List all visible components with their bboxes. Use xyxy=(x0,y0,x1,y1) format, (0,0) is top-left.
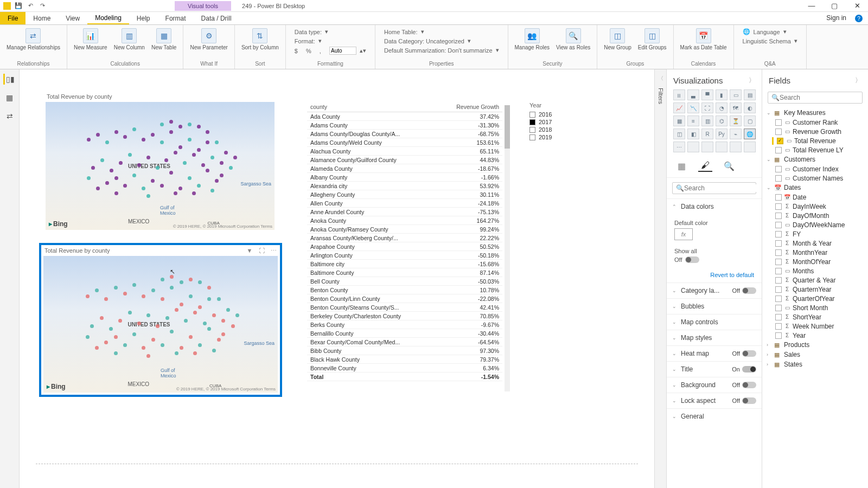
table-row[interactable]: Arlington County-50.18% xyxy=(307,251,502,260)
table-row[interactable]: Adams County-31.30% xyxy=(307,121,502,130)
fields-field[interactable]: ▭Revenue Growth xyxy=(765,127,865,136)
table-row[interactable]: Benton County/Linn County-22.08% xyxy=(307,294,502,303)
visual-type-button[interactable]: 🗺 xyxy=(730,102,742,113)
fields-table[interactable]: ⌄▦Customers xyxy=(765,155,865,164)
fields-tab-icon[interactable]: ▦ xyxy=(674,160,688,172)
fields-field[interactable]: ▭Customer Index xyxy=(765,164,865,174)
new-group-button[interactable]: ◫New Group xyxy=(602,27,634,52)
visual-type-button[interactable]: ◐ xyxy=(744,102,756,113)
revert-to-default[interactable]: Revert to default xyxy=(667,268,762,282)
visual-type-button[interactable]: ◫ xyxy=(673,129,685,139)
table-row[interactable]: Berks County-9.67% xyxy=(307,320,502,329)
percent-button[interactable]: % xyxy=(306,48,311,54)
report-view-icon[interactable]: ▯▮ xyxy=(3,74,14,85)
table-row[interactable]: Adams County/Weld County153.61% xyxy=(307,138,502,147)
table-row[interactable]: Anoka County/Ramsey County99.24% xyxy=(307,225,502,234)
help-icon[interactable]: ? xyxy=(855,15,863,22)
section-map-controls[interactable]: ⌄Map controls xyxy=(667,314,762,330)
visual-type-button[interactable]: 📉 xyxy=(687,102,699,113)
table-row[interactable]: Alachua County65.11% xyxy=(307,147,502,156)
manage-roles-button[interactable]: 👥Manage Roles xyxy=(513,27,552,52)
visual-type-button[interactable] xyxy=(701,142,713,152)
view-as-roles-button[interactable]: 🔍View as Roles xyxy=(554,27,592,52)
data-view-icon[interactable]: ▦ xyxy=(4,92,15,103)
table-row[interactable]: Anoka County164.27% xyxy=(307,216,502,225)
fields-field[interactable]: ΣQuarternYear xyxy=(765,285,865,294)
fields-field[interactable]: ▭Short Month xyxy=(765,303,865,312)
sort-by-column-button[interactable]: ⇅Sort by Column xyxy=(239,27,281,52)
fields-table[interactable]: ›▦Products xyxy=(765,340,865,350)
filters-pane-collapsed[interactable]: 〈 Filters xyxy=(654,69,666,488)
more-options-icon[interactable]: ⋯ xyxy=(269,247,278,255)
heat-map-toggle[interactable] xyxy=(742,350,756,357)
title-toggle[interactable] xyxy=(742,366,756,373)
section-category-labels[interactable]: ⌄Category la...Off xyxy=(667,283,762,298)
visual-type-button[interactable]: 📈 xyxy=(673,102,685,113)
scrollbar[interactable] xyxy=(505,105,510,391)
fields-field[interactable]: ΣYear xyxy=(765,331,865,340)
tab-home[interactable]: Home xyxy=(25,12,58,24)
section-data-colors[interactable]: ⌃Data colors xyxy=(667,199,762,214)
fields-field[interactable]: ΣDayInWeek xyxy=(765,202,865,211)
visual-type-button[interactable]: ⫼ xyxy=(673,89,685,100)
section-general[interactable]: ⌄General xyxy=(667,409,762,424)
table-row[interactable]: Baltimore County87.14% xyxy=(307,268,502,277)
slicer-item[interactable]: 2016 xyxy=(529,111,595,118)
visual-type-button[interactable] xyxy=(744,142,756,152)
tab-file[interactable]: File xyxy=(0,12,25,24)
filter-icon[interactable]: ▼ xyxy=(245,247,254,255)
minimize-icon[interactable]: — xyxy=(801,1,822,11)
new-parameter-button[interactable]: ⚙New Parameter xyxy=(188,27,229,52)
visual-type-button[interactable] xyxy=(716,142,727,152)
expand-filters-icon[interactable]: 〈 xyxy=(658,75,663,82)
map-body[interactable]: UNITED STATES MEXICO CUBA Gulf of Mexico… xyxy=(43,256,278,393)
table-row[interactable]: Arapahoe County50.52% xyxy=(307,242,502,251)
section-heat-map[interactable]: ⌄Heat mapOff xyxy=(667,346,762,361)
collapse-icon[interactable]: 〉 xyxy=(749,76,755,85)
table-visual[interactable]: county Revenue Growth Ada County37.42%Ad… xyxy=(307,102,502,395)
fields-table[interactable]: ⌄▦Key Measures xyxy=(765,108,865,118)
redo-icon[interactable]: ↷ xyxy=(38,2,47,10)
visual-type-button[interactable]: ▢ xyxy=(744,115,756,126)
table-row[interactable]: Bonneville County6.34% xyxy=(307,364,502,373)
fields-search-input[interactable] xyxy=(780,94,861,101)
visual-type-button[interactable]: R xyxy=(701,129,713,139)
visual-type-button[interactable]: ▥ xyxy=(701,115,713,126)
visual-type-button[interactable]: ▮ xyxy=(716,89,727,100)
fields-field[interactable]: ΣQuarter & Year xyxy=(765,275,865,285)
table-row[interactable]: Benton County/Stearns County/S...42.41% xyxy=(307,303,502,312)
fields-field[interactable]: ΣMonth & Year xyxy=(765,239,865,248)
visual-type-button[interactable]: ◔ xyxy=(716,102,727,113)
slicer-item[interactable]: 2017 xyxy=(529,118,595,126)
fields-field[interactable]: ΣQuarterOfYear xyxy=(765,294,865,303)
table-row[interactable]: Benton County10.78% xyxy=(307,286,502,294)
new-measure-button[interactable]: 📊New Measure xyxy=(72,27,110,52)
edit-groups-button[interactable]: ◫Edit Groups xyxy=(636,27,669,52)
table-row[interactable]: Allegheny County30.11% xyxy=(307,190,502,199)
table-row[interactable]: Bernalillo County-30.44% xyxy=(307,329,502,338)
col-county[interactable]: county xyxy=(307,102,437,112)
fields-field[interactable]: ▭Customer Rank xyxy=(765,118,865,127)
map-visual-1[interactable]: Total Revenue by county UNITED STATES ME… xyxy=(43,91,277,232)
category-labels-toggle[interactable] xyxy=(742,287,756,294)
fields-table[interactable]: ›▦States xyxy=(765,359,865,369)
visual-type-button[interactable]: ▭ xyxy=(730,89,742,100)
fields-table[interactable]: ⌄📅Dates xyxy=(765,183,865,192)
fields-field[interactable]: ▭DayOfWeekName xyxy=(765,220,865,229)
section-lock-aspect[interactable]: ⌄Lock aspectOff xyxy=(667,393,762,408)
table-row[interactable]: Baltimore city-15.68% xyxy=(307,260,502,268)
currency-button[interactable]: $ xyxy=(295,48,298,54)
table-row[interactable]: Alamance County/Guilford County44.83% xyxy=(307,156,502,164)
table-row[interactable]: Alexandria city53.92% xyxy=(307,182,502,190)
report-canvas[interactable]: Total Revenue by county UNITED STATES ME… xyxy=(20,69,654,488)
save-icon[interactable]: 💾 xyxy=(14,2,23,10)
section-bubbles[interactable]: ⌄Bubbles xyxy=(667,299,762,314)
section-map-styles[interactable]: ⌄Map styles xyxy=(667,330,762,345)
visual-type-button[interactable]: ⋯ xyxy=(673,142,685,152)
map-visual-2-selected[interactable]: Total Revenue by county ▼ ⛶ ⋯ UNITED STA… xyxy=(39,243,282,397)
section-background[interactable]: ⌄BackgroundOff xyxy=(667,377,762,393)
table-row[interactable]: Allen County-24.18% xyxy=(307,199,502,208)
year-slicer[interactable]: Year 2016201720182019 xyxy=(529,102,595,141)
table-row[interactable]: Bell County-50.03% xyxy=(307,277,502,286)
fields-field[interactable]: ΣWeek Number xyxy=(765,322,865,331)
